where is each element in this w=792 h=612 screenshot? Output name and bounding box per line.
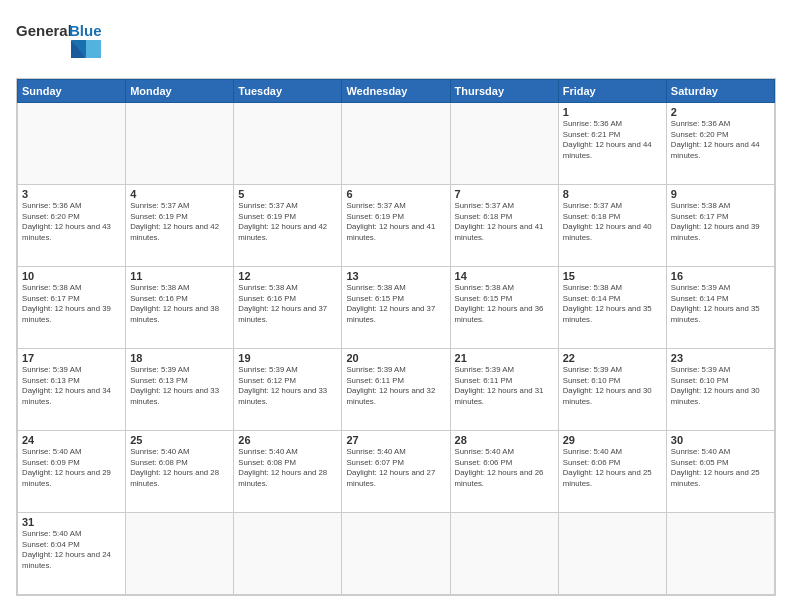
day-cell: 5Sunrise: 5:37 AMSunset: 6:19 PMDaylight… <box>234 185 342 267</box>
day-number: 31 <box>22 516 121 528</box>
logo-svg: General Blue <box>16 16 111 66</box>
day-cell: 6Sunrise: 5:37 AMSunset: 6:19 PMDaylight… <box>342 185 450 267</box>
day-number: 3 <box>22 188 121 200</box>
day-info: Sunrise: 5:39 AMSunset: 6:10 PMDaylight:… <box>671 365 770 407</box>
week-row-2: 3Sunrise: 5:36 AMSunset: 6:20 PMDaylight… <box>18 185 775 267</box>
day-cell: 17Sunrise: 5:39 AMSunset: 6:13 PMDayligh… <box>18 349 126 431</box>
day-info: Sunrise: 5:39 AMSunset: 6:11 PMDaylight:… <box>346 365 445 407</box>
day-cell <box>342 513 450 595</box>
day-number: 28 <box>455 434 554 446</box>
day-number: 1 <box>563 106 662 118</box>
day-number: 7 <box>455 188 554 200</box>
day-cell <box>234 103 342 185</box>
day-cell: 8Sunrise: 5:37 AMSunset: 6:18 PMDaylight… <box>558 185 666 267</box>
day-number: 26 <box>238 434 337 446</box>
day-info: Sunrise: 5:40 AMSunset: 6:08 PMDaylight:… <box>130 447 229 489</box>
day-cell <box>18 103 126 185</box>
day-cell: 22Sunrise: 5:39 AMSunset: 6:10 PMDayligh… <box>558 349 666 431</box>
day-cell <box>558 513 666 595</box>
day-number: 21 <box>455 352 554 364</box>
week-row-6: 31Sunrise: 5:40 AMSunset: 6:04 PMDayligh… <box>18 513 775 595</box>
day-cell <box>450 103 558 185</box>
day-cell: 14Sunrise: 5:38 AMSunset: 6:15 PMDayligh… <box>450 267 558 349</box>
day-cell <box>342 103 450 185</box>
day-info: Sunrise: 5:38 AMSunset: 6:17 PMDaylight:… <box>671 201 770 243</box>
calendar: SundayMondayTuesdayWednesdayThursdayFrid… <box>16 78 776 596</box>
day-number: 10 <box>22 270 121 282</box>
day-number: 6 <box>346 188 445 200</box>
day-number: 12 <box>238 270 337 282</box>
day-info: Sunrise: 5:40 AMSunset: 6:05 PMDaylight:… <box>671 447 770 489</box>
day-cell: 23Sunrise: 5:39 AMSunset: 6:10 PMDayligh… <box>666 349 774 431</box>
day-info: Sunrise: 5:40 AMSunset: 6:09 PMDaylight:… <box>22 447 121 489</box>
day-cell: 15Sunrise: 5:38 AMSunset: 6:14 PMDayligh… <box>558 267 666 349</box>
day-cell: 18Sunrise: 5:39 AMSunset: 6:13 PMDayligh… <box>126 349 234 431</box>
day-cell: 2Sunrise: 5:36 AMSunset: 6:20 PMDaylight… <box>666 103 774 185</box>
day-info: Sunrise: 5:37 AMSunset: 6:19 PMDaylight:… <box>130 201 229 243</box>
day-info: Sunrise: 5:38 AMSunset: 6:16 PMDaylight:… <box>238 283 337 325</box>
day-cell: 12Sunrise: 5:38 AMSunset: 6:16 PMDayligh… <box>234 267 342 349</box>
weekday-header-thursday: Thursday <box>450 80 558 103</box>
day-number: 15 <box>563 270 662 282</box>
day-cell: 13Sunrise: 5:38 AMSunset: 6:15 PMDayligh… <box>342 267 450 349</box>
day-number: 16 <box>671 270 770 282</box>
day-cell: 7Sunrise: 5:37 AMSunset: 6:18 PMDaylight… <box>450 185 558 267</box>
day-number: 2 <box>671 106 770 118</box>
logo: General Blue <box>16 16 111 70</box>
day-cell: 29Sunrise: 5:40 AMSunset: 6:06 PMDayligh… <box>558 431 666 513</box>
day-info: Sunrise: 5:39 AMSunset: 6:13 PMDaylight:… <box>130 365 229 407</box>
day-cell: 1Sunrise: 5:36 AMSunset: 6:21 PMDaylight… <box>558 103 666 185</box>
day-cell: 28Sunrise: 5:40 AMSunset: 6:06 PMDayligh… <box>450 431 558 513</box>
day-info: Sunrise: 5:36 AMSunset: 6:20 PMDaylight:… <box>22 201 121 243</box>
day-cell <box>450 513 558 595</box>
day-cell: 24Sunrise: 5:40 AMSunset: 6:09 PMDayligh… <box>18 431 126 513</box>
day-number: 29 <box>563 434 662 446</box>
day-number: 8 <box>563 188 662 200</box>
day-cell: 31Sunrise: 5:40 AMSunset: 6:04 PMDayligh… <box>18 513 126 595</box>
day-cell: 26Sunrise: 5:40 AMSunset: 6:08 PMDayligh… <box>234 431 342 513</box>
day-number: 14 <box>455 270 554 282</box>
day-cell: 27Sunrise: 5:40 AMSunset: 6:07 PMDayligh… <box>342 431 450 513</box>
day-info: Sunrise: 5:37 AMSunset: 6:19 PMDaylight:… <box>238 201 337 243</box>
day-cell: 20Sunrise: 5:39 AMSunset: 6:11 PMDayligh… <box>342 349 450 431</box>
day-cell: 3Sunrise: 5:36 AMSunset: 6:20 PMDaylight… <box>18 185 126 267</box>
day-cell <box>666 513 774 595</box>
svg-marker-3 <box>86 40 101 58</box>
weekday-header-tuesday: Tuesday <box>234 80 342 103</box>
day-info: Sunrise: 5:39 AMSunset: 6:12 PMDaylight:… <box>238 365 337 407</box>
day-cell: 19Sunrise: 5:39 AMSunset: 6:12 PMDayligh… <box>234 349 342 431</box>
day-info: Sunrise: 5:39 AMSunset: 6:14 PMDaylight:… <box>671 283 770 325</box>
day-info: Sunrise: 5:39 AMSunset: 6:10 PMDaylight:… <box>563 365 662 407</box>
day-number: 19 <box>238 352 337 364</box>
day-number: 20 <box>346 352 445 364</box>
day-cell: 25Sunrise: 5:40 AMSunset: 6:08 PMDayligh… <box>126 431 234 513</box>
day-info: Sunrise: 5:40 AMSunset: 6:08 PMDaylight:… <box>238 447 337 489</box>
day-info: Sunrise: 5:38 AMSunset: 6:15 PMDaylight:… <box>455 283 554 325</box>
day-number: 23 <box>671 352 770 364</box>
day-number: 27 <box>346 434 445 446</box>
day-info: Sunrise: 5:40 AMSunset: 6:07 PMDaylight:… <box>346 447 445 489</box>
day-info: Sunrise: 5:38 AMSunset: 6:16 PMDaylight:… <box>130 283 229 325</box>
day-cell: 10Sunrise: 5:38 AMSunset: 6:17 PMDayligh… <box>18 267 126 349</box>
day-number: 30 <box>671 434 770 446</box>
weekday-header-monday: Monday <box>126 80 234 103</box>
week-row-1: 1Sunrise: 5:36 AMSunset: 6:21 PMDaylight… <box>18 103 775 185</box>
day-number: 13 <box>346 270 445 282</box>
weekday-header-sunday: Sunday <box>18 80 126 103</box>
day-number: 17 <box>22 352 121 364</box>
day-number: 4 <box>130 188 229 200</box>
day-cell <box>234 513 342 595</box>
day-cell: 30Sunrise: 5:40 AMSunset: 6:05 PMDayligh… <box>666 431 774 513</box>
day-cell: 9Sunrise: 5:38 AMSunset: 6:17 PMDaylight… <box>666 185 774 267</box>
day-info: Sunrise: 5:37 AMSunset: 6:18 PMDaylight:… <box>455 201 554 243</box>
day-cell: 4Sunrise: 5:37 AMSunset: 6:19 PMDaylight… <box>126 185 234 267</box>
day-info: Sunrise: 5:39 AMSunset: 6:13 PMDaylight:… <box>22 365 121 407</box>
day-number: 22 <box>563 352 662 364</box>
weekday-header-row: SundayMondayTuesdayWednesdayThursdayFrid… <box>18 80 775 103</box>
day-cell: 11Sunrise: 5:38 AMSunset: 6:16 PMDayligh… <box>126 267 234 349</box>
day-cell <box>126 513 234 595</box>
day-number: 18 <box>130 352 229 364</box>
day-cell: 16Sunrise: 5:39 AMSunset: 6:14 PMDayligh… <box>666 267 774 349</box>
day-info: Sunrise: 5:36 AMSunset: 6:20 PMDaylight:… <box>671 119 770 161</box>
day-number: 25 <box>130 434 229 446</box>
